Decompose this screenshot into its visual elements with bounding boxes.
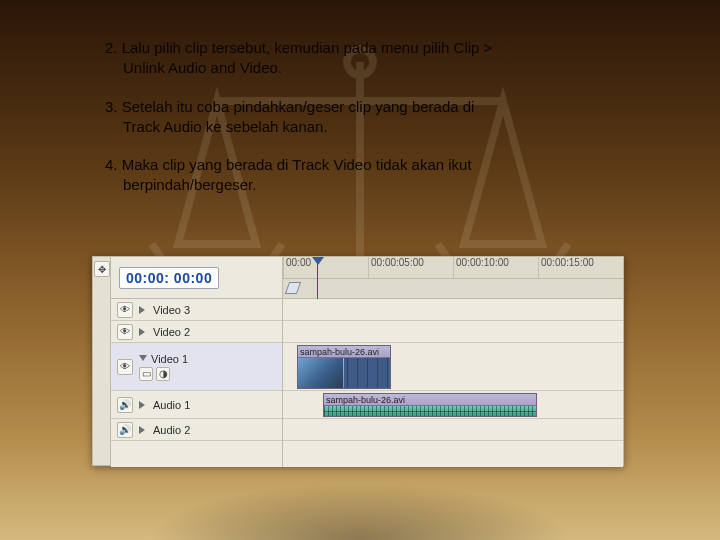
ruler-tick: 00:00:15:00 [538, 257, 623, 278]
ruler-area[interactable]: 00:00 00:00:05:00 00:00:10:00 00:00:15:0… [283, 257, 623, 298]
clip-thumbnail [298, 358, 344, 388]
eye-icon[interactable]: 👁 [117, 359, 133, 375]
ruler-tick: 00:00:05:00 [368, 257, 453, 278]
instruction-4b: berpindah/bergeser. [105, 175, 625, 195]
collapse-icon[interactable] [139, 355, 147, 363]
eye-icon[interactable]: 👁 [117, 302, 133, 318]
instruction-4: 4. Maka clip yang berada di Track Video … [105, 156, 472, 173]
work-area-marker-icon[interactable] [285, 282, 301, 294]
ruler-tick: 00:00:10:00 [453, 257, 538, 278]
track-lane-video2[interactable] [283, 321, 623, 343]
track-header-video3[interactable]: 👁 Video 3 [111, 299, 282, 321]
clip-filename: sampah-bulu-26.avi [298, 346, 390, 358]
track-header-audio2[interactable]: 🔊 Audio 2 [111, 419, 282, 441]
timecode-area: 00:00: 00:00 [111, 257, 283, 298]
track-content-area[interactable]: sampah-bulu-26.avi sampah-bulu-26.avi [283, 299, 623, 467]
timeline-panel: ✥ 00:00: 00:00 00:00 00:00:05:00 00:00:1… [92, 256, 624, 466]
time-ruler[interactable]: 00:00 00:00:05:00 00:00:10:00 00:00:15:0… [283, 257, 623, 279]
expand-icon[interactable] [139, 401, 147, 409]
tool-icon[interactable]: ✥ [94, 261, 110, 277]
track-lane-video1[interactable]: sampah-bulu-26.avi [283, 343, 623, 391]
track-sub-icon[interactable]: ◑ [156, 367, 170, 381]
instruction-2b: Unlink Audio and Video. [105, 58, 625, 78]
track-sub-icon[interactable]: ▭ [139, 367, 153, 381]
track-label: Audio 1 [153, 399, 190, 411]
track-lane-video3[interactable] [283, 299, 623, 321]
track-lane-audio1[interactable]: sampah-bulu-26.avi [283, 391, 623, 419]
waveform [324, 406, 536, 416]
track-label: Video 2 [153, 326, 190, 338]
instruction-2: 2. Lalu pilih clip tersebut, kemudian pa… [105, 39, 492, 56]
speaker-icon[interactable]: 🔊 [117, 397, 133, 413]
track-label: Video 3 [153, 304, 190, 316]
video-clip[interactable]: sampah-bulu-26.avi [297, 345, 391, 389]
current-timecode[interactable]: 00:00: 00:00 [119, 267, 219, 289]
track-headers: 👁 Video 3 👁 Video 2 👁 Video 1 [111, 299, 283, 467]
ruler-tick: 00:00 [283, 257, 368, 278]
track-header-video2[interactable]: 👁 Video 2 [111, 321, 282, 343]
slide: 2. Lalu pilih clip tersebut, kemudian pa… [0, 0, 720, 540]
work-area-bar[interactable] [283, 279, 623, 297]
track-label: Video 1 [151, 353, 188, 365]
expand-icon[interactable] [139, 328, 147, 336]
expand-icon[interactable] [139, 306, 147, 314]
track-header-video1[interactable]: 👁 Video 1 ▭ ◑ [111, 343, 282, 391]
audio-clip[interactable]: sampah-bulu-26.avi [323, 393, 537, 417]
track-header-audio1[interactable]: 🔊 Audio 1 [111, 391, 282, 419]
timeline-toolstrip: ✥ [93, 257, 111, 465]
expand-icon[interactable] [139, 426, 147, 434]
clip-filename: sampah-bulu-26.avi [324, 394, 536, 406]
instruction-3b: Track Audio ke sebelah kanan. [105, 117, 625, 137]
track-lane-audio2[interactable] [283, 419, 623, 441]
track-label: Audio 2 [153, 424, 190, 436]
instruction-3: 3. Setelah itu coba pindahkan/geser clip… [105, 98, 474, 115]
instruction-text: 2. Lalu pilih clip tersebut, kemudian pa… [105, 38, 625, 214]
eye-icon[interactable]: 👁 [117, 324, 133, 340]
speaker-icon[interactable]: 🔊 [117, 422, 133, 438]
